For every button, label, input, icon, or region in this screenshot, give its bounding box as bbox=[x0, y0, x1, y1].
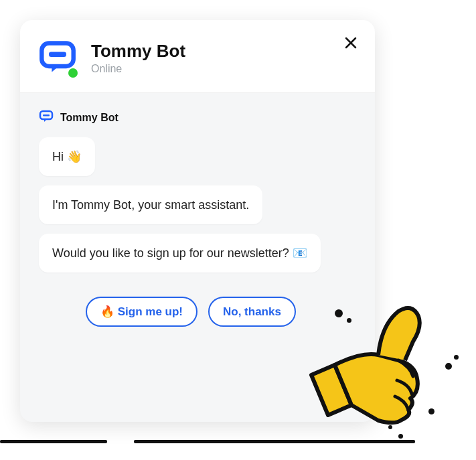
header-text: Tommy Bot Online bbox=[91, 41, 185, 75]
decorative-dot bbox=[347, 318, 351, 323]
bot-avatar bbox=[39, 39, 76, 76]
decorative-dot bbox=[445, 363, 452, 370]
bot-title: Tommy Bot bbox=[91, 41, 185, 62]
bot-status: Online bbox=[91, 63, 185, 75]
close-button[interactable] bbox=[341, 33, 360, 52]
decorative-dot bbox=[428, 408, 434, 414]
signup-button[interactable]: 🔥 Sign me up! bbox=[86, 297, 197, 327]
decorative-dot bbox=[388, 425, 392, 429]
thumbs-up-illustration bbox=[298, 288, 452, 442]
decorative-dot bbox=[398, 434, 403, 439]
close-icon bbox=[344, 36, 358, 50]
svg-rect-5 bbox=[43, 114, 50, 117]
message-bubble: Would you like to sign up for our newsle… bbox=[39, 234, 321, 273]
decline-button[interactable]: No, thanks bbox=[208, 297, 296, 327]
message-bubble: I'm Tommy Bot, your smart assistant. bbox=[39, 185, 262, 224]
chat-bubble-icon bbox=[39, 109, 54, 127]
sender-name: Tommy Bot bbox=[60, 112, 118, 124]
message-bubble: Hi 👋 bbox=[39, 137, 95, 176]
chat-header: Tommy Bot Online bbox=[20, 20, 375, 93]
online-status-dot bbox=[68, 68, 78, 78]
decorative-dot bbox=[335, 309, 343, 317]
decorative-line bbox=[0, 440, 107, 443]
sender-row: Tommy Bot bbox=[39, 109, 356, 127]
decorative-dot bbox=[454, 355, 459, 360]
svg-rect-1 bbox=[49, 52, 66, 57]
